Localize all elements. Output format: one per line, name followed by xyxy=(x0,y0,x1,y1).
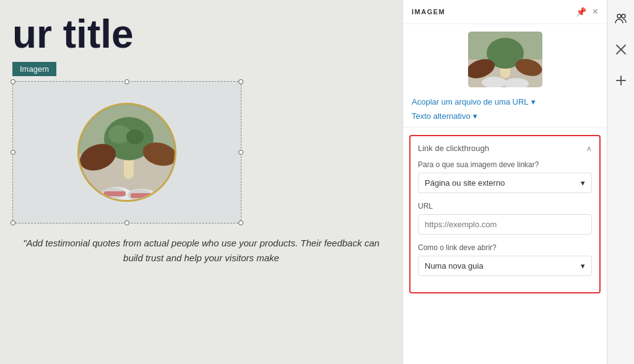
handle-ml[interactable] xyxy=(11,150,15,155)
clickthrough-section: Link de clickthrough ∧ Para o que sua im… xyxy=(409,135,601,293)
panel-image-preview xyxy=(403,24,607,95)
open-label: Como o link deve abrir? xyxy=(418,243,592,252)
sidebar-add-icon[interactable] xyxy=(611,71,631,90)
svg-point-22 xyxy=(617,14,621,18)
handle-mr[interactable] xyxy=(238,150,243,155)
panel-header-actions: 📌 × xyxy=(576,6,598,17)
link-type-select[interactable]: Página ou site externo ▾ xyxy=(418,173,592,193)
link-url-chevron: ▾ xyxy=(531,97,536,106)
image-element-tag[interactable]: Imagem xyxy=(12,62,56,76)
link-url-button[interactable]: Acoplar um arquivo de uma URL ▾ xyxy=(403,95,607,109)
panel-title: IMAGEM xyxy=(412,8,445,15)
svg-point-5 xyxy=(126,129,144,144)
preview-image xyxy=(468,32,542,87)
section-title: Link de clickthrough xyxy=(418,144,489,153)
section-collapse-chevron[interactable]: ∧ xyxy=(586,144,592,153)
alt-text-label: Texto alternativo xyxy=(412,111,471,121)
url-input[interactable] xyxy=(418,214,592,235)
handle-tm[interactable] xyxy=(124,79,129,84)
canvas-area: ur title Imagem xyxy=(0,0,402,364)
open-type-chevron: ▾ xyxy=(581,261,585,271)
question-label: Para o que sua imagem deve linkar? xyxy=(418,160,592,169)
testimonial-text: "Add testimonial quotes from actual peop… xyxy=(0,223,402,278)
url-label: URL xyxy=(418,202,592,210)
section-header: Link de clickthrough ∧ xyxy=(418,144,592,153)
pin-icon[interactable]: 📌 xyxy=(576,7,586,17)
food-image xyxy=(79,105,175,200)
handle-tr[interactable] xyxy=(238,79,243,84)
open-type-select[interactable]: Numa nova guia ▾ xyxy=(418,256,592,276)
image-element-container[interactable] xyxy=(12,81,241,223)
alt-text-button[interactable]: Texto alternativo ▾ xyxy=(403,109,607,123)
svg-rect-13 xyxy=(131,193,151,198)
sidebar-users-icon[interactable] xyxy=(611,9,631,28)
link-url-label: Acoplar um arquivo de uma URL xyxy=(412,97,529,106)
panel-divider xyxy=(403,127,607,128)
alt-text-chevron: ▾ xyxy=(473,111,477,121)
open-type-value: Numa nova guia xyxy=(425,261,484,271)
page-title: ur title xyxy=(0,0,402,62)
close-icon[interactable]: × xyxy=(593,6,598,17)
right-panel: IMAGEM 📌 × Acoplar um arquivo de uma URL… xyxy=(402,0,607,364)
svg-point-23 xyxy=(622,14,625,18)
circular-image xyxy=(77,103,176,202)
svg-rect-12 xyxy=(104,191,126,196)
right-sidebar xyxy=(607,0,634,364)
sidebar-close-icon[interactable] xyxy=(611,40,631,59)
handle-tl[interactable] xyxy=(11,79,15,84)
panel-header: IMAGEM 📌 × xyxy=(403,0,607,24)
link-type-value: Página ou site externo xyxy=(425,178,505,188)
link-type-chevron: ▾ xyxy=(581,178,585,188)
url-section: URL xyxy=(418,202,592,243)
